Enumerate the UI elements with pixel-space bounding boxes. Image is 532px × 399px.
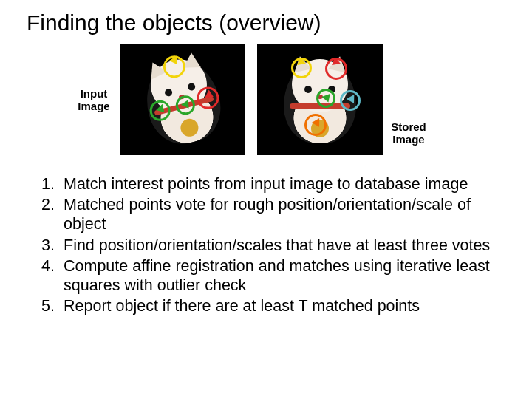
list-item: Report object if there are at least T ma… [55, 296, 511, 316]
stored-image-block: Stored Image [257, 44, 430, 155]
input-image-label: Input Image [72, 87, 115, 113]
feature-point-icon [316, 89, 335, 108]
list-item: Match interest points from input image t… [55, 174, 511, 194]
stored-image [257, 44, 383, 155]
stored-image-label: Stored Image [387, 120, 430, 146]
input-image-block: Input Image [72, 44, 245, 155]
feature-point-icon [340, 90, 361, 111]
page-title: Finding the objects (overview) [27, 10, 511, 35]
list-item: Find position/orientation/scales that ha… [55, 236, 511, 255]
list-item: Matched points vote for rough position/o… [55, 195, 511, 233]
feature-point-icon [304, 114, 327, 136]
algorithm-steps-list: Match interest points from input image t… [21, 174, 511, 316]
list-item: Compute affine registration and matches … [55, 256, 511, 295]
image-comparison-row: Input Image Stored Image [72, 44, 511, 155]
input-image [120, 44, 245, 155]
feature-point-icon [291, 58, 312, 78]
feature-point-icon [325, 58, 347, 80]
